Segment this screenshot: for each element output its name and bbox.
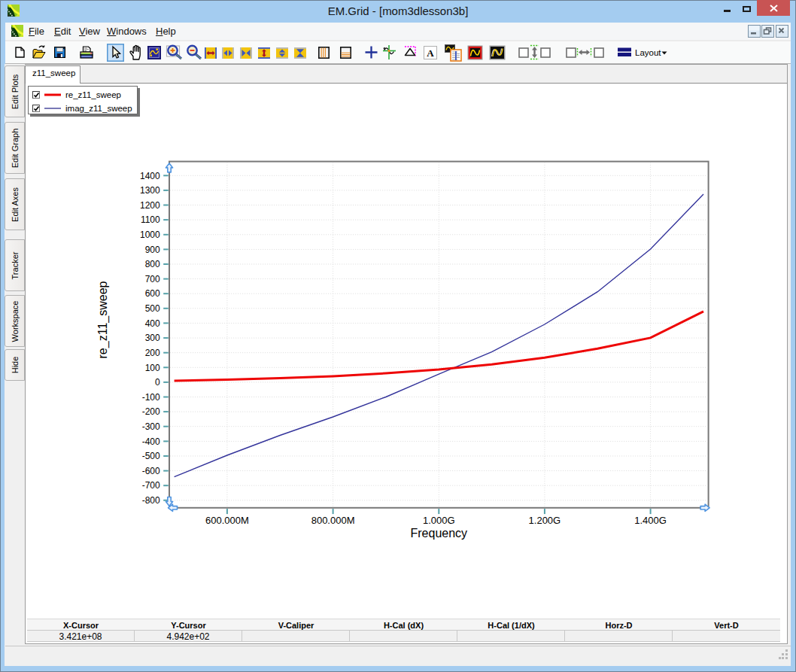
svg-text:900: 900 bbox=[145, 245, 160, 255]
svg-text:-100: -100 bbox=[142, 392, 160, 403]
svg-text:1.400G: 1.400G bbox=[634, 515, 667, 526]
svg-text:-400: -400 bbox=[142, 436, 160, 447]
svg-text:600.000M: 600.000M bbox=[205, 515, 249, 526]
svg-text:400: 400 bbox=[145, 318, 160, 329]
svg-text:800.000M: 800.000M bbox=[311, 515, 355, 526]
svg-text:1100: 1100 bbox=[141, 214, 160, 225]
svg-text:-200: -200 bbox=[142, 406, 160, 417]
svg-text:100: 100 bbox=[145, 363, 160, 373]
svg-text:0: 0 bbox=[155, 377, 160, 388]
svg-text:re_z11_sweep: re_z11_sweep bbox=[96, 281, 110, 358]
svg-text:1.200G: 1.200G bbox=[529, 515, 561, 526]
svg-text:800: 800 bbox=[145, 259, 160, 269]
svg-text:-800: -800 bbox=[142, 495, 160, 506]
svg-text:600: 600 bbox=[145, 288, 160, 299]
svg-text:1000: 1000 bbox=[140, 230, 160, 240]
svg-text:300: 300 bbox=[145, 333, 160, 343]
svg-text:1.000G: 1.000G bbox=[423, 515, 455, 526]
svg-text:700: 700 bbox=[145, 274, 160, 284]
svg-text:1200: 1200 bbox=[140, 200, 160, 211]
svg-text:-700: -700 bbox=[142, 480, 160, 491]
svg-text:-600: -600 bbox=[142, 466, 160, 476]
svg-text:1400: 1400 bbox=[140, 171, 160, 181]
svg-text:500: 500 bbox=[145, 303, 160, 314]
svg-text:1300: 1300 bbox=[140, 185, 160, 196]
svg-text:200: 200 bbox=[145, 348, 160, 358]
svg-text:-500: -500 bbox=[142, 451, 160, 461]
svg-text:Frequency: Frequency bbox=[411, 527, 468, 540]
svg-text:-300: -300 bbox=[142, 421, 160, 432]
